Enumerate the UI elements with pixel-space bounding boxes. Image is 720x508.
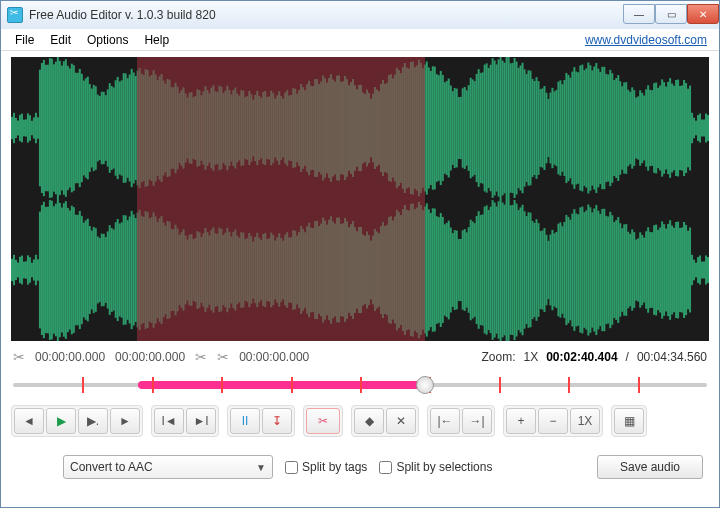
sel-start-button[interactable]: |← [430,408,460,434]
menu-options[interactable]: Options [79,31,136,49]
svg-rect-241 [492,58,494,198]
svg-rect-36 [83,81,85,176]
zoom-group: + − 1X [503,405,603,437]
svg-rect-362 [35,255,37,285]
svg-rect-384 [79,211,81,329]
svg-rect-25 [61,66,63,191]
format-select[interactable]: Convert to AAC ▼ [63,455,273,479]
prev-button[interactable]: ◄ [14,408,44,434]
split-button[interactable]: ◆ [354,408,384,434]
svg-rect-592 [494,203,496,338]
timeline-slider[interactable] [13,373,707,395]
svg-rect-48 [107,89,109,166]
svg-rect-350 [11,259,13,281]
save-audio-button[interactable]: Save audio [597,455,703,479]
svg-rect-314 [637,96,639,159]
sel-end-button[interactable]: →| [462,408,492,434]
svg-rect-245 [500,57,502,199]
marker-button[interactable]: ↧ [262,408,292,434]
svg-rect-8 [27,113,29,142]
svg-rect-588 [486,205,488,334]
delete-marker-button[interactable]: ✕ [386,408,416,434]
menu-edit[interactable]: Edit [42,31,79,49]
svg-rect-368 [47,207,49,334]
svg-rect-271 [551,88,553,168]
selection-start-time[interactable]: 00:00:00.000 [35,350,105,364]
svg-rect-307 [623,82,625,173]
next-button[interactable]: ► [110,408,140,434]
svg-rect-670 [649,232,651,308]
svg-rect-256 [522,63,524,194]
slider-tick [499,377,501,393]
zoom-reset-button[interactable]: 1X [570,408,600,434]
svg-rect-57 [125,73,127,182]
skip-end-button[interactable]: ►I [186,408,216,434]
svg-rect-59 [129,75,131,182]
svg-rect-338 [685,83,687,173]
zoom-out-button[interactable]: − [538,408,568,434]
svg-rect-685 [679,228,681,312]
close-button[interactable]: ✕ [687,4,719,24]
vendor-link[interactable]: www.dvdvideosoft.com [585,33,707,47]
split-sel-input[interactable] [379,461,392,474]
svg-rect-41 [93,85,95,171]
svg-rect-23 [57,57,59,199]
svg-rect-691 [691,255,693,285]
skip-start-button[interactable]: I◄ [154,408,184,434]
menu-file[interactable]: File [7,31,42,49]
svg-rect-292 [593,66,595,189]
svg-rect-348 [705,113,707,142]
svg-rect-658 [625,224,627,316]
svg-rect-55 [121,80,123,175]
cursor-time[interactable]: 00:00:00.000 [239,350,309,364]
waveform-selection[interactable] [137,57,425,341]
svg-rect-565 [440,213,442,327]
split-tags-input[interactable] [285,461,298,474]
svg-rect-655 [619,223,621,316]
svg-rect-215 [440,71,442,185]
split-group: ◆ ✕ [351,405,419,437]
slider-knob[interactable] [416,376,434,394]
svg-rect-311 [631,87,633,168]
svg-rect-39 [89,84,91,172]
time-fields: ✂ 00:00:00.000 00:00:00.000 ✂ ✂ 00:00:00… [11,349,709,365]
maximize-button[interactable]: ▭ [655,4,687,24]
cover-art-button[interactable]: ▦ [614,408,644,434]
svg-rect-390 [91,231,93,310]
svg-rect-669 [647,227,649,312]
svg-rect-617 [543,228,545,312]
svg-rect-689 [687,231,689,310]
svg-rect-310 [629,92,631,164]
slider-selection[interactable] [138,381,425,389]
minimize-button[interactable]: — [623,4,655,24]
svg-rect-380 [71,206,73,335]
svg-rect-313 [635,98,637,159]
svg-rect-319 [647,85,649,170]
split-by-tags-checkbox[interactable]: Split by tags [285,460,367,474]
svg-rect-329 [667,82,669,174]
svg-rect-603 [516,204,518,337]
titlebar[interactable]: Free Audio Editor v. 1.0.3 build 820 — ▭… [1,1,719,29]
svg-rect-44 [99,96,101,160]
svg-rect-312 [633,90,635,166]
cut-button[interactable]: ✂ [306,408,340,434]
svg-rect-596 [502,203,504,338]
split-by-selections-checkbox[interactable]: Split by selections [379,460,492,474]
play-button[interactable]: ▶ [46,408,76,434]
svg-rect-257 [524,69,526,186]
svg-rect-218 [446,81,448,175]
dropdown-icon: ▼ [256,462,266,473]
svg-rect-244 [498,59,500,196]
waveform-display[interactable] [11,57,709,341]
selection-end-time[interactable]: 00:00:00.000 [115,350,185,364]
menu-help[interactable]: Help [136,31,177,49]
svg-rect-27 [65,59,67,197]
play-selection-button[interactable]: ▶. [78,408,108,434]
svg-rect-585 [480,215,482,325]
svg-rect-20 [51,59,53,198]
zoom-in-button[interactable]: + [506,408,536,434]
svg-rect-572 [454,230,456,310]
image-group: ▦ [611,405,647,437]
pause-button[interactable]: II [230,408,260,434]
svg-rect-571 [452,233,454,307]
